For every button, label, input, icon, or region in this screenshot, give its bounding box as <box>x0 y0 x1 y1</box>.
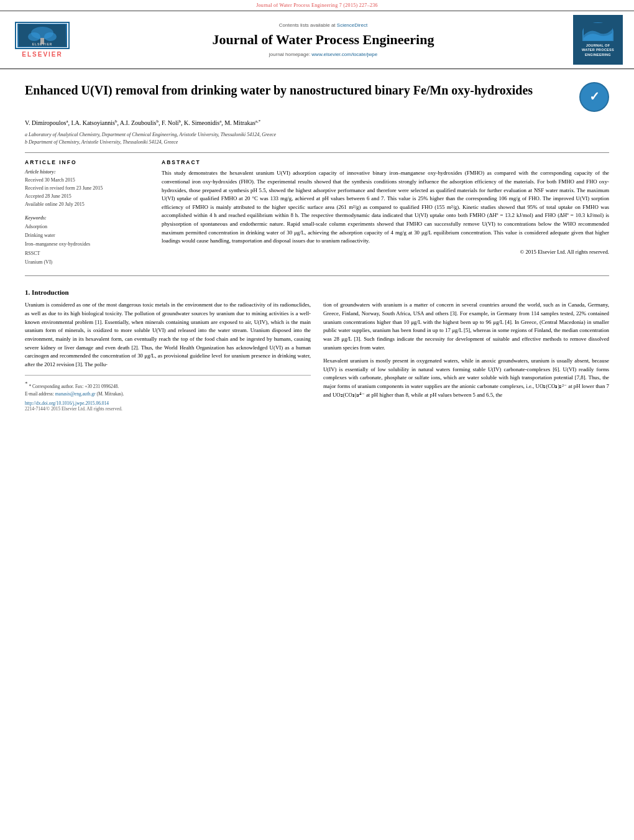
abstract-col: ABSTRACT This study demonstrates the hex… <box>162 159 609 267</box>
journal-title-center: Contents lists available at ScienceDirec… <box>73 22 573 57</box>
intro-text-right: tion of groundwaters with uranium is a m… <box>323 301 609 352</box>
footnote-email-suffix: (M. Mitrakas). <box>96 391 124 397</box>
footnote-email-link[interactable]: manasis@eng.auth.gr <box>55 391 96 397</box>
received-revised-date: Received in revised form 23 June 2015 <box>25 185 149 193</box>
article-history-block: Article history: Received 30 March 2015 … <box>25 169 149 208</box>
introduction-section: 1. Introduction Uranium is considered as… <box>25 288 609 412</box>
footnote-star-label: * Corresponding author. Fax: +30 231 099… <box>29 384 119 389</box>
contents-available-text: Contents lists available at ScienceDirec… <box>73 22 573 28</box>
intro-text-left: Uranium is considered as one of the most… <box>25 301 311 369</box>
doi-link[interactable]: http://dx.doi.org/10.1016/j.jwpe.2015.06… <box>25 400 109 406</box>
introduction-body-cols: Uranium is considered as one of the most… <box>25 301 609 412</box>
svg-text:✓: ✓ <box>589 90 600 103</box>
keywords-label: Keywords: <box>25 215 149 221</box>
divider-2 <box>25 275 609 276</box>
keyword-3: Iron–manganese oxy-hydroxides <box>25 240 149 249</box>
authors-line: V. Dimiropoulosa, I.A. Katsoyiannisb, A.… <box>25 118 609 128</box>
section-title: Introduction <box>32 288 69 296</box>
section-num: 1. <box>25 288 30 296</box>
accepted-date: Accepted 28 June 2015 <box>25 193 149 201</box>
svg-point-2 <box>28 32 40 41</box>
footnote-email-label: E-mail address: <box>25 391 54 397</box>
journal-logo-text: JOURNAL OFWATER PROCESSENGINEERING <box>582 44 614 57</box>
article-info-col: ARTICLE INFO Article history: Received 3… <box>25 159 149 267</box>
journal-header-row: ELSEVIER ELSEVIER Contents lists availab… <box>0 11 634 69</box>
intro-col-right: tion of groundwaters with uranium is a m… <box>323 301 609 412</box>
svg-text:ELSEVIER: ELSEVIER <box>32 42 53 46</box>
footnote-email-line: E-mail address: manasis@eng.auth.gr (M. … <box>25 390 311 398</box>
journal-top-bar: Journal of Water Process Engineering 7 (… <box>0 0 634 70</box>
journal-main-title: Journal of Water Process Engineering <box>73 32 573 48</box>
journal-logo-wave <box>582 22 613 41</box>
article-title-row: Enhanced U(VI) removal from drinking wat… <box>25 82 609 112</box>
keywords-block: Keywords: Adsorption Drinking water Iron… <box>25 215 149 267</box>
elsevier-logo-box: ELSEVIER <box>15 22 70 49</box>
introduction-heading: 1. Introduction <box>25 288 609 296</box>
article-info-abstract-row: ARTICLE INFO Article history: Received 3… <box>25 159 609 267</box>
keyword-1: Adsorption <box>25 223 149 231</box>
article-title: Enhanced U(VI) removal from drinking wat… <box>25 82 533 98</box>
available-date: Available online 20 July 2015 <box>25 201 149 209</box>
abstract-body: This study demonstrates the hexavalent u… <box>162 170 609 244</box>
journal-homepage: journal homepage: www.elsevier.com/locat… <box>73 52 573 57</box>
article-content: Enhanced U(VI) removal from drinking wat… <box>0 70 634 424</box>
footnote-corresponding: * * Corresponding author. Fax: +30 231 0… <box>25 379 311 390</box>
elsevier-label: ELSEVIER <box>22 51 62 58</box>
intro-text-right2: Hexavalent uranium is mostly present in … <box>323 357 609 399</box>
elsevier-logo: ELSEVIER ELSEVIER <box>11 22 73 58</box>
crossmark-badge: ✓ <box>579 82 609 112</box>
elsevier-logo-image: ELSEVIER <box>17 24 67 47</box>
issn-line: 2214-7144/© 2015 Elsevier Ltd. All right… <box>25 406 311 412</box>
journal-citation: Journal of Water Process Engineering 7 (… <box>0 2 634 8</box>
article-info-label: ARTICLE INFO <box>25 159 149 165</box>
keyword-4: RSSCT <box>25 249 149 258</box>
footnote-section: * * Corresponding author. Fax: +30 231 0… <box>25 375 311 412</box>
article-history-title: Article history: <box>25 169 149 175</box>
keyword-2: Drinking water <box>25 231 149 240</box>
received-date: Received 30 March 2015 <box>25 177 149 185</box>
journal-homepage-link[interactable]: www.elsevier.com/locate/jwpe <box>311 52 377 57</box>
affiliations: a Laboratory of Analytical Chemistry, De… <box>25 131 609 146</box>
abstract-copyright: © 2015 Elsevier Ltd. All rights reserved… <box>162 248 609 257</box>
svg-point-3 <box>44 32 57 41</box>
abstract-text: This study demonstrates the hexavalent u… <box>162 169 609 256</box>
sciencedirect-link[interactable]: ScienceDirect <box>337 22 367 28</box>
abstract-label: ABSTRACT <box>162 159 609 165</box>
divider-1 <box>25 152 609 153</box>
intro-col-left: Uranium is considered as one of the most… <box>25 301 311 412</box>
journal-logo-right: JOURNAL OFWATER PROCESSENGINEERING <box>573 15 623 65</box>
keyword-5: Uranium (VI) <box>25 258 149 267</box>
affiliation-b: b Department of Chemistry, Aristotle Uni… <box>25 139 609 146</box>
doi-line: http://dx.doi.org/10.1016/j.jwpe.2015.06… <box>25 400 311 406</box>
affiliation-a: a Laboratory of Analytical Chemistry, De… <box>25 131 609 139</box>
